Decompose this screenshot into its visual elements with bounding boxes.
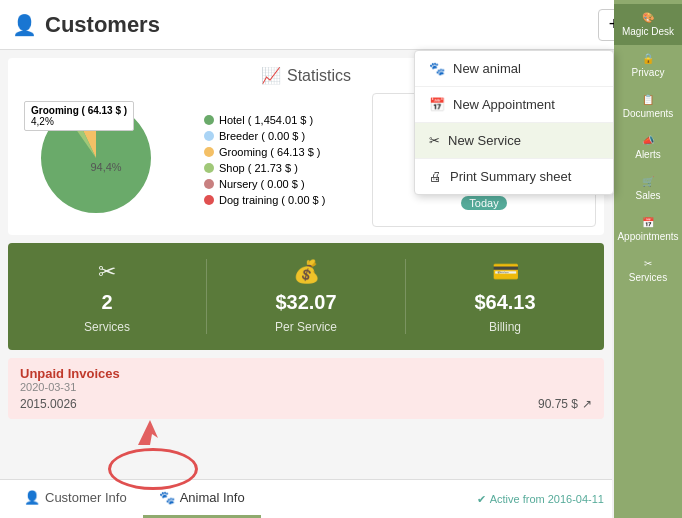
legend-dogtraining: Dog training ( 0.00 $ ) — [204, 194, 364, 206]
green-stat-services: ✂ 2 Services — [8, 259, 207, 334]
sidebar-label-sales: Sales — [635, 190, 660, 201]
legend-dot-hotel — [204, 115, 214, 125]
status-bar: ✔ Active from 2016-04-11 — [477, 493, 604, 506]
new-service-label: New Service — [448, 133, 521, 148]
page-title: Customers — [45, 12, 160, 38]
pie-tooltip-pct: 4,2% — [31, 116, 127, 127]
sidebar-item-alerts[interactable]: 📣 Alerts — [614, 127, 682, 168]
unpaid-amount: 90.75 $ ↗ — [538, 397, 592, 411]
new-animal-label: New animal — [453, 61, 521, 76]
billing-icon: 💳 — [492, 259, 519, 285]
sidebar-item-services[interactable]: ✂ Services — [614, 250, 682, 291]
scissors-icon: ✂ — [98, 259, 116, 285]
unpaid-details: 2015.0026 90.75 $ ↗ — [20, 397, 592, 411]
legend-dot-shop — [204, 163, 214, 173]
green-stats-row: ✂ 2 Services 💰 $32.07 Per Service 💳 $64.… — [8, 243, 604, 350]
unpaid-title: Unpaid Invoices — [20, 366, 592, 381]
coin-icon: 💰 — [293, 259, 320, 285]
billing-value: $64.13 — [474, 291, 535, 314]
legend-nursery: Nursery ( 0.00 $ ) — [204, 178, 364, 190]
dropdown-print-summary[interactable]: 🖨 Print Summary sheet — [415, 159, 613, 194]
legend-hotel: Hotel ( 1,454.01 $ ) — [204, 114, 364, 126]
per-service-label: Per Service — [275, 320, 337, 334]
legend-dot-nursery — [204, 179, 214, 189]
pie-tooltip: Grooming ( 64.13 $ ) 4,2% — [24, 101, 134, 131]
legend-label-hotel: Hotel ( 1,454.01 $ ) — [219, 114, 313, 126]
sidebar-label-alerts: Alerts — [635, 149, 661, 160]
alerts-icon: 📣 — [642, 135, 654, 146]
check-icon: ✔ — [477, 493, 486, 506]
sales-icon: 🛒 — [642, 176, 654, 187]
new-appointment-icon: 📅 — [429, 97, 445, 112]
green-stat-billing: 💳 $64.13 Billing — [406, 259, 604, 334]
sidebar-item-sales[interactable]: 🛒 Sales — [614, 168, 682, 209]
unpaid-invoice-num: 2015.0026 — [20, 397, 77, 411]
dropdown-new-service[interactable]: ✂ New Service — [415, 123, 613, 159]
new-animal-icon: 🐾 — [429, 61, 445, 76]
unpaid-amount-value: 90.75 $ — [538, 397, 578, 411]
animal-tab-icon: 🐾 — [159, 490, 175, 505]
legend-dot-dogtraining — [204, 195, 214, 205]
right-sidebar: 🎨 Magic Desk 🔒 Privacy 📋 Documents 📣 Ale… — [614, 0, 682, 518]
sidebar-label-privacy: Privacy — [632, 67, 665, 78]
customer-tab-label: Customer Info — [45, 490, 127, 505]
green-stat-per-service: 💰 $32.07 Per Service — [207, 259, 406, 334]
legend-label-nursery: Nursery ( 0.00 $ ) — [219, 178, 305, 190]
legend-label-grooming: Grooming ( 64.13 $ ) — [219, 146, 321, 158]
legend-label-breeder: Breeder ( 0.00 $ ) — [219, 130, 305, 142]
pie-chart-area: Grooming ( 64.13 $ ) 4,2% 94,4% — [16, 93, 196, 227]
magic-desk-icon: 🎨 — [642, 12, 654, 23]
new-appointment-label: New Appointment — [453, 97, 555, 112]
print-icon: 🖨 — [429, 169, 442, 184]
legend-breeder: Breeder ( 0.00 $ ) — [204, 130, 364, 142]
header: 👤 Customers + ≡ — [0, 0, 682, 50]
sidebar-label-documents: Documents — [623, 108, 674, 119]
sidebar-item-privacy[interactable]: 🔒 Privacy — [614, 45, 682, 86]
legend-dot-grooming — [204, 147, 214, 157]
pie-tooltip-label: Grooming ( 64.13 $ ) — [31, 105, 127, 116]
customer-tab-icon: 👤 — [24, 490, 40, 505]
legend-grooming: Grooming ( 64.13 $ ) — [204, 146, 364, 158]
sidebar-label-appointments: Appointments — [617, 231, 678, 242]
appointments-icon: 📅 — [642, 217, 654, 228]
sidebar-item-appointments[interactable]: 📅 Appointments — [614, 209, 682, 250]
customer-icon: 👤 — [12, 13, 37, 37]
services-icon: ✂ — [644, 258, 652, 269]
privacy-icon: 🔒 — [642, 53, 654, 64]
sidebar-item-magic-desk[interactable]: 🎨 Magic Desk — [614, 4, 682, 45]
bottom-tabs: 👤 Customer Info 🐾 Animal Info ✔ Active f… — [0, 479, 612, 518]
legend-label-shop: Shop ( 21.73 $ ) — [219, 162, 298, 174]
tab-customer-info[interactable]: 👤 Customer Info — [8, 480, 143, 518]
today-badge: Today — [461, 196, 506, 210]
documents-icon: 📋 — [642, 94, 654, 105]
legend-shop: Shop ( 21.73 $ ) — [204, 162, 364, 174]
status-text: Active from 2016-04-11 — [490, 493, 604, 505]
chart-icon: 📈 — [261, 66, 281, 85]
unpaid-date: 2020-03-31 — [20, 381, 592, 393]
legend-dot-breeder — [204, 131, 214, 141]
sidebar-label-magic-desk: Magic Desk — [622, 26, 674, 37]
legend-label-dogtraining: Dog training ( 0.00 $ ) — [219, 194, 325, 206]
new-service-icon: ✂ — [429, 133, 440, 148]
services-value: 2 — [101, 291, 112, 314]
animal-tab-label: Animal Info — [180, 490, 245, 505]
print-summary-label: Print Summary sheet — [450, 169, 571, 184]
pie-center-label: 94,4% — [90, 161, 121, 173]
services-label: Services — [84, 320, 130, 334]
dropdown-new-appointment[interactable]: 📅 New Appointment — [415, 87, 613, 123]
tab-animal-info[interactable]: 🐾 Animal Info — [143, 480, 261, 518]
sidebar-label-services: Services — [629, 272, 667, 283]
per-service-value: $32.07 — [275, 291, 336, 314]
header-left: 👤 Customers — [12, 12, 160, 38]
billing-label-stat: Billing — [489, 320, 521, 334]
dropdown-new-animal[interactable]: 🐾 New animal — [415, 51, 613, 87]
pie-legend: Hotel ( 1,454.01 $ ) Breeder ( 0.00 $ ) … — [204, 93, 364, 227]
sidebar-item-documents[interactable]: 📋 Documents — [614, 86, 682, 127]
unpaid-invoices-row: Unpaid Invoices 2020-03-31 2015.0026 90.… — [8, 358, 604, 419]
external-link-icon[interactable]: ↗ — [582, 397, 592, 411]
dropdown-menu: 🐾 New animal 📅 New Appointment ✂ New Ser… — [414, 50, 614, 195]
